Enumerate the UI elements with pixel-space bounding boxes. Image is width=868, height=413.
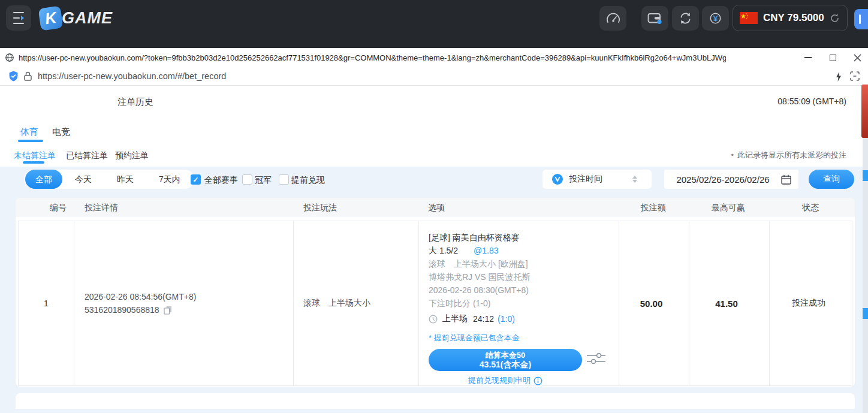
checkbox-all-matches[interactable]: ✓ (191, 174, 201, 185)
window-titlebar[interactable]: https://user-pc-new.youbaokun.com/?token… (0, 48, 868, 67)
checkbox-champion[interactable] (242, 174, 252, 185)
bottom-card (16, 393, 855, 409)
cell-play-type: 滚球 上半场大小 (303, 221, 370, 385)
tab-sports[interactable]: 体育 (20, 126, 38, 138)
date-quick-filters: 全部 今天 昨天 7天内 (24, 170, 194, 189)
logo-k-icon: K (38, 5, 64, 31)
currency-exchange-button[interactable] (702, 6, 729, 31)
fullscreen-icon[interactable] (850, 71, 860, 81)
header-status: 状态 (768, 198, 852, 217)
maximize-button[interactable] (828, 53, 837, 62)
globe-icon (5, 53, 14, 62)
record-note: •此记录将显示所有未派彩的投注 (731, 150, 846, 161)
header-stake: 投注额 (618, 198, 688, 217)
close-button[interactable] (852, 53, 862, 62)
filter-today[interactable]: 今天 (62, 170, 104, 189)
note-text: 此记录将显示所有未派彩的投注 (737, 150, 846, 159)
table-header: 编号 投注详情 投注玩法 选项 投注额 最高可赢 状态 (16, 198, 855, 217)
page-title: 注单历史 (117, 97, 153, 108)
filter-7days[interactable]: 7天内 (146, 170, 193, 189)
table-row: 1 2026-02-26 08:54:56(GMT+8) 53162018905… (18, 221, 852, 386)
date-range-input[interactable]: 2025/02/26-2026/02/26 (664, 170, 798, 189)
cashout-slider-icon[interactable] (587, 352, 605, 368)
window-controls (803, 48, 862, 67)
checkbox-cashout-label[interactable]: 提前兑现 (291, 175, 325, 186)
header-play: 投注玩法 (303, 198, 337, 217)
minimize-button[interactable] (803, 53, 813, 62)
check-icon: ✓ (192, 176, 198, 184)
side-float-button-top[interactable] (863, 170, 868, 181)
cell-max-win: 41.50 (686, 221, 767, 385)
live-clock: 24:12 (473, 314, 494, 324)
option-bet-score: 下注时比分 (1-0) (429, 297, 608, 310)
subtab-unsettled[interactable]: 未结算注单 (14, 150, 56, 161)
info-icon[interactable] (534, 376, 542, 385)
checkbox-all-matches-label[interactable]: 全部赛事 (204, 175, 238, 186)
app-topbar: K GAME (0, 0, 868, 48)
address-url[interactable]: https://user-pc-new.youbaokun.com/#/bet_… (38, 71, 226, 81)
gauge-icon (605, 12, 621, 25)
refresh-icon[interactable] (830, 13, 840, 23)
sync-icon (679, 11, 692, 25)
tab-active-underline (18, 140, 43, 142)
copy-icon[interactable] (164, 306, 172, 315)
server-clock: 08:55:09 (GMT+8) (777, 97, 846, 106)
header-maxwin: 最高可赢 (688, 198, 768, 217)
cashout-button[interactable]: 结算本金50 43.51(含本金) (429, 349, 582, 371)
checkbox-cashout[interactable] (279, 174, 289, 185)
sort-arrows-icon (632, 176, 637, 183)
sync-button[interactable] (672, 6, 699, 31)
live-period: 上半场 (442, 313, 468, 324)
cashout-amount: 43.51(含本金) (429, 360, 582, 369)
subtab-settled[interactable]: 已结算注单 (66, 150, 108, 161)
live-score: (1:0) (498, 314, 515, 324)
speed-gauge-button[interactable] (599, 6, 626, 31)
option-pick: 大 1.5/2 (429, 246, 458, 255)
note-bullet: • (731, 150, 734, 159)
header-detail: 投注详情 (85, 198, 118, 217)
option-market: 滚球 上半场大小 [欧洲盘] (429, 257, 608, 270)
option-league: [足球] 南美自由杯资格赛 (429, 231, 608, 244)
promo-float-widget[interactable] (861, 85, 868, 138)
sort-select[interactable]: 投注时间 (542, 170, 652, 189)
logo-text: GAME (62, 9, 113, 28)
menu-button[interactable] (6, 5, 31, 31)
search-button[interactable]: 查询 (809, 170, 854, 189)
tab-esports[interactable]: 电竞 (52, 126, 70, 138)
subtab-reserved[interactable]: 预约注单 (115, 150, 149, 161)
cell-status: 投注成功 (767, 221, 851, 385)
currency-selector[interactable]: CNY 79.5000 (733, 5, 848, 31)
option-pick-line: 大 1.5/2@1.83 (429, 244, 608, 257)
sort-v-icon (552, 174, 563, 185)
filter-yesterday[interactable]: 昨天 (104, 170, 146, 189)
window-title: https://user-pc-new.youbaokun.com/?token… (19, 53, 726, 62)
side-float-button-bottom[interactable] (863, 308, 868, 319)
header-no: 编号 (50, 198, 67, 217)
option-odds[interactable]: @1.83 (474, 246, 498, 255)
cell-bet-detail: 2026-02-26 08:54:56(GMT+8) 5316201890568… (85, 221, 196, 385)
live-status-line: 上半场 24:12 (1:0) (429, 313, 608, 325)
cashout-rule-text: 提前兑现规则申明 (468, 375, 531, 386)
subtab-active-underline (23, 161, 44, 164)
screen: K GAME (0, 0, 868, 413)
page-content: 注单历史 08:55:09 (GMT+8) 体育 电竞 未结算注单 已结算注单 … (0, 86, 868, 413)
cashout-rule-link[interactable]: 提前兑现规则申明 (429, 375, 582, 386)
bet-time: 2026-02-26 08:54:56(GMT+8) (85, 290, 196, 303)
currency-amount: CNY 79.5000 (763, 12, 824, 24)
hamburger-icon (13, 10, 24, 26)
shield-check-icon (8, 71, 19, 82)
wallet-button[interactable] (641, 6, 668, 31)
cashout-note: * 提前兑现金额已包含本金 (429, 333, 608, 343)
option-start-time: 2026-02-26 08:30(GMT+8) (429, 284, 608, 297)
filter-all[interactable]: 全部 (25, 170, 62, 189)
bet-id: 5316201890568818 (85, 303, 159, 316)
lightning-icon[interactable] (834, 71, 843, 82)
menu-arrow-icon (21, 16, 24, 20)
header-option: 选项 (428, 198, 445, 217)
edge-cut-button[interactable] (854, 9, 868, 29)
checkbox-champion-label[interactable]: 冠军 (255, 175, 272, 186)
bet-table: 编号 投注详情 投注玩法 选项 投注额 最高可赢 状态 1 2026-02-26… (16, 198, 855, 387)
date-range-value: 2025/02/26-2026/02/26 (676, 174, 769, 185)
address-bar[interactable]: https://user-pc-new.youbaokun.com/#/bet_… (0, 67, 868, 86)
kgame-logo[interactable]: K GAME (40, 6, 113, 30)
